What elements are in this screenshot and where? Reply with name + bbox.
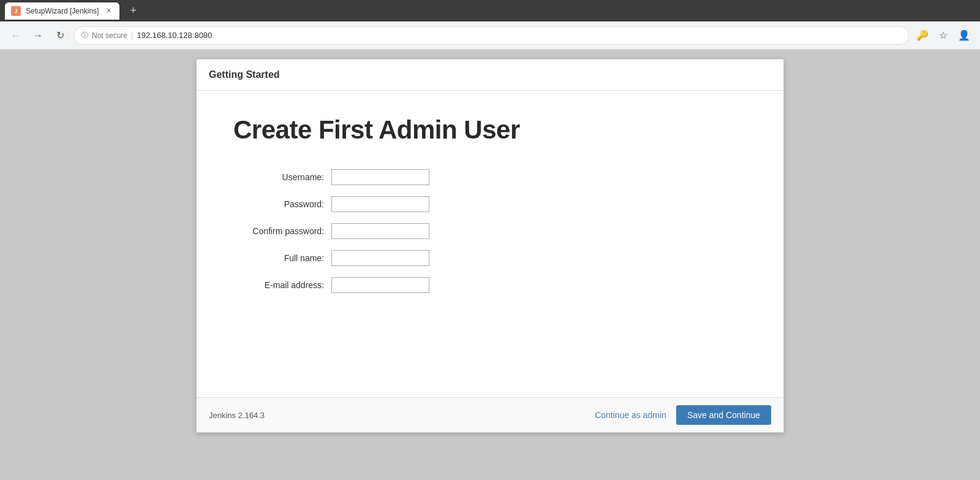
email-label: E-mail address: [233,280,331,290]
address-bar[interactable]: ⓘ Not secure | 192.168.10.128:8080 [74,26,909,45]
version-label: Jenkins 2.164.3 [209,411,265,420]
username-input[interactable] [331,169,429,185]
continue-as-admin-button[interactable]: Continue as admin [595,410,666,420]
reload-icon: ↻ [56,29,64,41]
toolbar-icons: 🔑 ☆ 👤 [914,27,973,44]
forward-button[interactable]: → [29,27,47,44]
tab-title: SetupWizard [Jenkins] [26,7,99,15]
url-separator: | [131,31,133,40]
full-name-label: Full name: [233,253,331,263]
page-background: Getting Started Create First Admin User … [0,50,980,480]
footer-actions: Continue as admin Save and Continue [595,405,771,425]
form-main-title: Create First Admin User [233,115,747,145]
tab-close-button[interactable]: ✕ [104,6,113,16]
key-icon[interactable]: 🔑 [914,27,931,44]
wizard-header: Getting Started [197,59,783,91]
url-display: 192.168.10.128:8080 [137,31,212,40]
back-button[interactable]: ← [7,27,24,44]
tab-favicon: J [11,6,21,16]
browser-tab[interactable]: J SetupWizard [Jenkins] ✕ [5,2,119,20]
wizard-footer: Jenkins 2.164.3 Continue as admin Save a… [197,397,783,432]
password-row: Password: [233,196,747,212]
security-icon: ⓘ [81,31,88,40]
reload-button[interactable]: ↻ [51,27,69,44]
bookmark-icon[interactable]: ☆ [935,27,952,44]
password-input[interactable] [331,196,429,212]
email-row: E-mail address: [233,277,747,293]
save-and-continue-button[interactable]: Save and Continue [676,405,771,425]
username-label: Username: [233,172,331,182]
username-row: Username: [233,169,747,185]
forward-icon: → [33,30,43,41]
email-input[interactable] [331,277,429,293]
full-name-input[interactable] [331,250,429,266]
confirm-password-label: Confirm password: [233,226,331,236]
not-secure-label: Not secure [92,31,127,40]
browser-titlebar: J SetupWizard [Jenkins] ✕ + [0,0,980,21]
full-name-row: Full name: [233,250,747,266]
wizard-header-title: Getting Started [209,69,280,80]
browser-toolbar: ← → ↻ ⓘ Not secure | 192.168.10.128:8080… [0,21,980,50]
confirm-password-input[interactable] [331,223,429,239]
profile-icon[interactable]: 👤 [956,27,973,44]
wizard-body: Create First Admin User Username: Passwo… [197,91,783,397]
password-label: Password: [233,199,331,209]
new-tab-button[interactable]: + [124,2,141,20]
wizard-dialog: Getting Started Create First Admin User … [196,59,784,433]
back-icon: ← [11,30,21,41]
confirm-password-row: Confirm password: [233,223,747,239]
